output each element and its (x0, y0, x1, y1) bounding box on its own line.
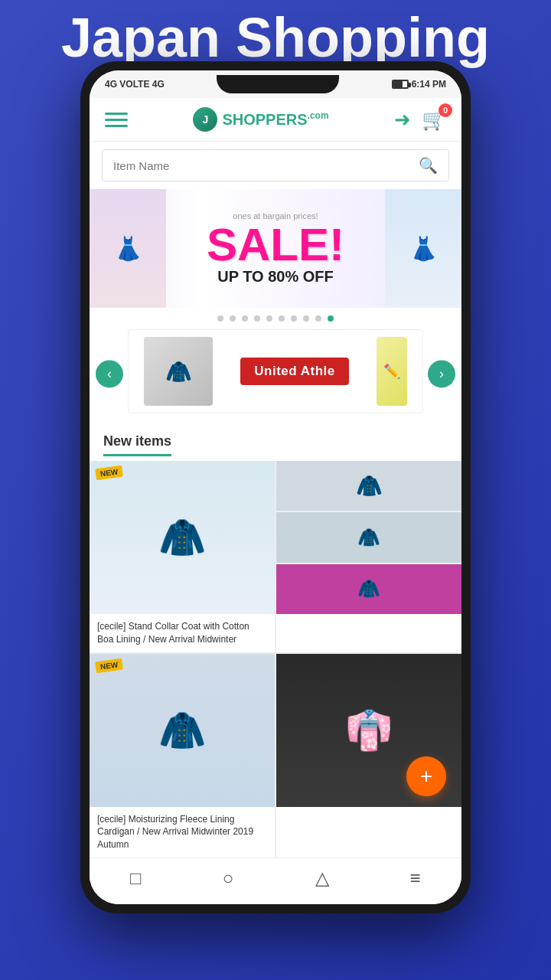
product-grid: 🧥 NEW [cecile] Stand Collar Coat with Co… (90, 461, 461, 858)
notch (217, 75, 339, 93)
dot-6[interactable] (279, 315, 285, 322)
logo-com: .com (308, 110, 329, 121)
product-name-1: [cecile] Stand Collar Coat with Cotton B… (90, 614, 275, 652)
brand-logo: United Athle (240, 358, 348, 385)
menu-line-1 (105, 113, 128, 115)
cart-badge: 0 (439, 103, 452, 117)
banner-left-image: 👗 (90, 189, 166, 308)
banner-discount-text: UP TO 80% OFF (217, 268, 334, 286)
banner-center: ones at bargain prices! SALE! UP TO 80% … (166, 189, 385, 308)
dot-7[interactable] (291, 315, 297, 322)
search-input[interactable] (103, 152, 408, 180)
phone-shell: 4G VOLTE 4G 6:14 PM J (80, 61, 471, 913)
brand-left-photo: 🧥 (144, 337, 213, 406)
product-card-1[interactable]: 🧥 NEW [cecile] Stand Collar Coat with Co… (90, 461, 275, 652)
logo: J SHOPPERS.com (193, 107, 328, 132)
dot-2[interactable] (230, 315, 236, 322)
product-image-3: 🧥 NEW (90, 654, 275, 807)
nav-home-button[interactable]: ○ (223, 867, 234, 889)
dot-3[interactable] (242, 315, 248, 322)
product-image-1: 🧥 NEW (90, 461, 275, 614)
banner-background: 👗 ones at bargain prices! SALE! UP TO 80… (90, 189, 461, 308)
product-placeholder-1: 🧥 (90, 461, 275, 614)
status-bar: 4G VOLTE 4G 6:14 PM (90, 70, 461, 98)
menu-line-3 (105, 125, 128, 127)
battery-icon (392, 80, 409, 89)
banner-right-image: 👗 (385, 189, 461, 308)
menu-line-2 (105, 119, 128, 121)
dot-8[interactable] (303, 315, 309, 322)
dot-5[interactable] (266, 315, 272, 322)
dot-9[interactable] (315, 315, 321, 322)
product-name-4 (276, 807, 461, 819)
nav-back-button[interactable]: △ (315, 867, 329, 889)
logo-icon: J (193, 107, 217, 132)
search-button[interactable]: 🔍 (408, 150, 448, 181)
search-bar: 🔍 (90, 142, 461, 189)
dot-10[interactable] (328, 315, 334, 322)
carousel-prev-button[interactable]: ‹ (96, 360, 123, 387)
brand-logo-area: United Athle (213, 358, 377, 385)
logo-text: SHOPPERS.com (222, 110, 328, 129)
app-header: J SHOPPERS.com ➜ 🛒 0 (90, 98, 461, 142)
product-card-4[interactable]: 👘 (276, 654, 461, 858)
battery-fill (393, 81, 403, 87)
carousel-dots (90, 308, 461, 329)
login-button[interactable]: ➜ (394, 108, 411, 132)
status-right: 6:14 PM (392, 79, 446, 90)
product-name-3: [cecile] Moisturizing Fleece Lining Card… (90, 807, 275, 858)
sale-banner: 👗 ones at bargain prices! SALE! UP TO 80… (90, 189, 461, 308)
nav-menu-button[interactable]: ≡ (410, 867, 421, 889)
product-image-2: 🧥 🧥 🧥 (276, 461, 461, 614)
header-actions: ➜ 🛒 0 (394, 108, 446, 132)
bottom-nav: □ ○ △ ≡ (90, 858, 461, 904)
product-card-3[interactable]: 🧥 NEW [cecile] Moisturizing Fleece Linin… (90, 654, 275, 858)
brand-card: 🧥 United Athle ✏️ (128, 329, 423, 413)
new-items-title: New items (103, 433, 171, 456)
dot-1[interactable] (217, 315, 223, 322)
product-card-2[interactable]: 🧥 🧥 🧥 (276, 461, 461, 652)
brand-carousel: ‹ 🧥 United Athle ✏️ › (90, 329, 461, 424)
app-content: J SHOPPERS.com ➜ 🛒 0 🔍 (90, 98, 461, 904)
fab-button[interactable]: + (406, 756, 446, 796)
new-items-header: New items (90, 424, 461, 461)
banner-sale-text: SALE! (207, 222, 344, 268)
brand-right-photo: ✏️ (377, 337, 407, 406)
product-placeholder-3: 🧥 (90, 654, 275, 807)
search-inner: 🔍 (102, 149, 449, 181)
status-signal: 4G VOLTE 4G (105, 79, 165, 90)
phone-screen: 4G VOLTE 4G 6:14 PM J (90, 70, 461, 904)
product-name-2 (276, 614, 461, 626)
dot-4[interactable] (254, 315, 260, 322)
product-section: 🧥 NEW [cecile] Stand Collar Coat with Co… (90, 461, 461, 858)
menu-button[interactable] (105, 113, 128, 127)
logo-shoppers: SHOPPERS (222, 111, 307, 128)
status-time: 6:14 PM (412, 79, 446, 90)
nav-square-button[interactable]: □ (130, 867, 142, 889)
cart-button[interactable]: 🛒 0 (422, 108, 446, 132)
carousel-next-button[interactable]: › (428, 360, 455, 387)
